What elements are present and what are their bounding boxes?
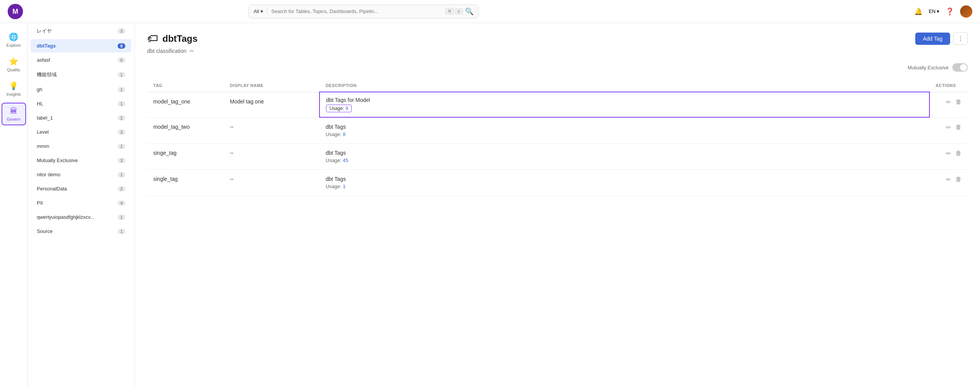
help-icon[interactable]: ❓ xyxy=(946,7,954,16)
govern-icon: 🏛 xyxy=(10,107,18,115)
page-title-area: 🏷 dbtTags xyxy=(147,32,198,45)
search-filter-label: All xyxy=(254,8,259,14)
delete-tag-icon[interactable]: 🗑 xyxy=(955,98,962,106)
tags-table: TAG DISPLAY NAME DESCRIPTION ACTIONS mod… xyxy=(147,79,968,196)
col-header-description: DESCRIPTION xyxy=(320,79,929,92)
mutually-exclusive-row: Mutually Exclusive xyxy=(147,63,968,72)
delete-tag-icon[interactable]: 🗑 xyxy=(955,176,962,183)
description-text-value: dbt Tags xyxy=(326,124,923,130)
edit-tag-icon[interactable]: ✏ xyxy=(946,150,951,157)
sidebar-list-item-mutually-exclusive[interactable]: Mutually Exclusive 3 xyxy=(31,154,131,167)
usage-row: Usage: 1 xyxy=(326,184,923,189)
usage-row: Usage: 45 xyxy=(326,157,923,163)
chevron-down-icon: ▾ xyxy=(261,8,263,14)
description-cell: dbt Tags Usage: 1 xyxy=(320,170,929,196)
lang-chevron-icon: ▾ xyxy=(937,8,939,14)
search-icon[interactable]: 🔍 xyxy=(465,7,474,16)
sidebar-list-item-source[interactable]: Source 1 xyxy=(31,225,131,238)
sidebar-icons: 🌐 Explore ⭐ Quality 💡 Insights 🏛 Govern xyxy=(0,23,28,387)
mutually-exclusive-toggle[interactable] xyxy=(952,63,968,72)
sidebar-item-explore[interactable]: 🌐 Explore xyxy=(2,29,26,51)
navbar-right: 🔔 EN ▾ ❓ xyxy=(914,5,972,18)
sidebar-list-item-dbtTags[interactable]: dbtTags 8 xyxy=(31,39,131,52)
sidebar-item-insights[interactable]: 💡 Insights xyxy=(2,78,26,100)
edit-description-icon[interactable]: ✏ xyxy=(190,48,194,54)
description-content: dbt Tags for Model Usage: 9 xyxy=(326,97,923,112)
delete-tag-icon[interactable]: 🗑 xyxy=(955,150,962,157)
display-name-cell: -- xyxy=(224,144,320,170)
table-row: model_tag_one Model tag one dbt Tags for… xyxy=(147,92,968,117)
actions-cell: ✏ 🗑 xyxy=(929,92,968,117)
tag-cell: singe_tag xyxy=(147,144,224,170)
language-label: EN xyxy=(929,8,936,14)
edit-tag-icon[interactable]: ✏ xyxy=(946,124,951,131)
usage-badge: Usage: 9 xyxy=(326,105,352,112)
description-cell: dbt Tags for Model Usage: 9 xyxy=(320,92,929,117)
user-avatar[interactable] xyxy=(960,5,972,18)
sidebar-item-govern[interactable]: 🏛 Govern xyxy=(2,103,26,125)
table-row: model_tag_two -- dbt Tags Usage: 8 xyxy=(147,117,968,144)
description-row: dbt classification ✏ xyxy=(147,48,968,54)
k-key: K xyxy=(455,8,462,15)
usage-count[interactable]: 45 xyxy=(343,157,348,163)
sidebar-list-item-レイヤ[interactable]: レイヤ 3 xyxy=(31,24,131,38)
sidebar-list-item-asfasf[interactable]: asfasf 0 xyxy=(31,53,131,67)
sidebar-list-item-機能領域[interactable]: 機能領域 1 xyxy=(31,67,131,82)
search-filter-dropdown[interactable]: All ▾ xyxy=(254,8,267,14)
main-layout: 🌐 Explore ⭐ Quality 💡 Insights 🏛 Govern … xyxy=(0,0,980,387)
table-body: model_tag_one Model tag one dbt Tags for… xyxy=(147,92,968,196)
usage-label: Usage: xyxy=(326,184,341,189)
app-logo[interactable]: M xyxy=(8,4,23,19)
col-header-display-name: DISPLAY NAME xyxy=(224,79,320,92)
usage-count[interactable]: 8 xyxy=(343,131,346,137)
language-selector[interactable]: EN ▾ xyxy=(929,8,939,14)
usage-count[interactable]: 9 xyxy=(346,106,348,111)
description-text-value: dbt Tags xyxy=(326,176,923,182)
description-text: dbt classification xyxy=(147,48,187,54)
sidebar-list-item-label1[interactable]: label_1 2 xyxy=(31,111,131,125)
sidebar-list-item-qwerty[interactable]: qwertyuiopasdfghjklzxcv... 1 xyxy=(31,210,131,224)
sidebar-item-quality[interactable]: ⭐ Quality xyxy=(2,54,26,75)
search-bar[interactable]: All ▾ ⌘ K 🔍 xyxy=(249,5,479,18)
row-actions: ✏ 🗑 xyxy=(936,176,962,183)
col-header-tag: TAG xyxy=(147,79,224,92)
description-cell: dbt Tags Usage: 8 xyxy=(320,117,929,144)
edit-tag-icon[interactable]: ✏ xyxy=(946,98,951,106)
cmd-key: ⌘ xyxy=(445,8,454,15)
add-tag-button[interactable]: Add Tag xyxy=(915,33,950,45)
row-actions: ✏ 🗑 xyxy=(936,124,962,131)
sidebar-list-item-nitor-demo[interactable]: nitor demo 1 xyxy=(31,168,131,181)
usage-row: Usage: 8 xyxy=(326,131,923,137)
main-content: 🏷 dbtTags Add Tag ⋮ dbt classification ✏… xyxy=(135,23,980,387)
display-name-cell: Model tag one xyxy=(224,92,320,117)
tag-cell: model_tag_two xyxy=(147,117,224,144)
page-header: 🏷 dbtTags Add Tag ⋮ xyxy=(147,32,968,45)
quality-icon: ⭐ xyxy=(9,57,18,66)
actions-cell: ✏ 🗑 xyxy=(929,170,968,196)
col-header-actions: ACTIONS xyxy=(929,79,968,92)
sidebar-list-item-level[interactable]: Level 3 xyxy=(31,125,131,139)
sidebar-list-item-mmm[interactable]: mmm 1 xyxy=(31,139,131,153)
sidebar-list-item-HL[interactable]: HL 1 xyxy=(31,97,131,110)
description-content: dbt Tags Usage: 1 xyxy=(326,176,923,189)
description-content: dbt Tags Usage: 8 xyxy=(326,124,923,137)
table-header: TAG DISPLAY NAME DESCRIPTION ACTIONS xyxy=(147,79,968,92)
description-text-value: dbt Tags xyxy=(326,150,923,156)
navbar: M All ▾ ⌘ K 🔍 🔔 EN ▾ ❓ xyxy=(0,0,980,23)
more-options-button[interactable]: ⋮ xyxy=(953,32,968,45)
sidebar-list-item-gh[interactable]: gh 1 xyxy=(31,83,131,96)
display-name-cell: -- xyxy=(224,117,320,144)
edit-tag-icon[interactable]: ✏ xyxy=(946,176,951,183)
sidebar-list-item-pii[interactable]: PII 4 xyxy=(31,196,131,210)
header-actions: Add Tag ⋮ xyxy=(915,32,968,45)
search-input[interactable] xyxy=(271,8,445,14)
usage-count[interactable]: 1 xyxy=(343,184,346,189)
page-title: dbtTags xyxy=(162,33,198,44)
notifications-icon[interactable]: 🔔 xyxy=(914,7,923,16)
delete-tag-icon[interactable]: 🗑 xyxy=(955,124,962,131)
insights-icon: 💡 xyxy=(9,81,18,90)
tag-cell: single_tag xyxy=(147,170,224,196)
sidebar-list-item-personal-data[interactable]: PersonalData 2 xyxy=(31,182,131,195)
page-tag-icon: 🏷 xyxy=(147,32,158,45)
table-row: single_tag -- dbt Tags Usage: 1 xyxy=(147,170,968,196)
